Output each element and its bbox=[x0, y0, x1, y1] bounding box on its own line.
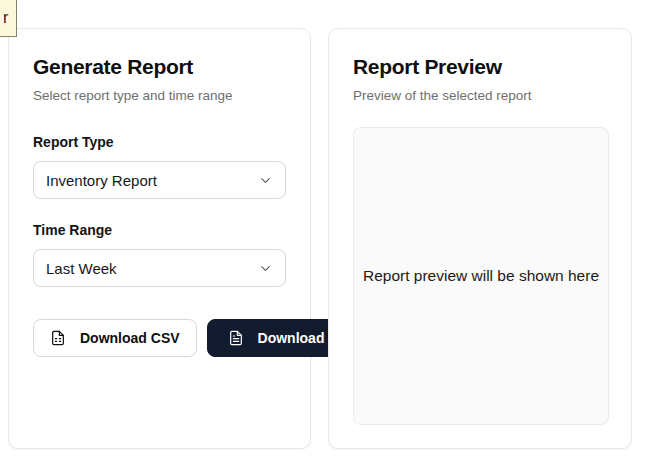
report-type-field: Report Type Inventory Report bbox=[33, 133, 286, 199]
generate-report-card: Generate Report Select report type and t… bbox=[8, 28, 311, 449]
download-buttons-row: Download CSV Download PDF bbox=[33, 319, 286, 357]
download-csv-button[interactable]: Download CSV bbox=[33, 319, 197, 357]
file-text-icon bbox=[228, 330, 244, 346]
report-preview-box: Report preview will be shown here bbox=[353, 127, 609, 425]
report-type-label: Report Type bbox=[33, 133, 286, 151]
time-range-select[interactable]: Last Week bbox=[33, 249, 286, 287]
time-range-label: Time Range bbox=[33, 221, 286, 239]
report-preview-card: Report Preview Preview of the selected r… bbox=[328, 28, 632, 449]
download-csv-label: Download CSV bbox=[80, 330, 180, 346]
report-type-selected-value: Inventory Report bbox=[46, 172, 157, 189]
page: r Generate Report Select report type and… bbox=[0, 0, 646, 474]
preview-placeholder-text: Report preview will be shown here bbox=[363, 267, 599, 285]
report-type-select[interactable]: Inventory Report bbox=[33, 161, 286, 199]
generate-report-subtitle: Select report type and time range bbox=[33, 87, 286, 105]
time-range-selected-value: Last Week bbox=[46, 260, 117, 277]
chevron-down-icon bbox=[258, 261, 273, 276]
tooltip-fragment: r bbox=[0, 0, 17, 37]
report-preview-title: Report Preview bbox=[353, 53, 607, 80]
chevron-down-icon bbox=[258, 173, 273, 188]
tooltip-text: r bbox=[3, 9, 8, 27]
time-range-field: Time Range Last Week bbox=[33, 221, 286, 287]
file-spreadsheet-icon bbox=[50, 330, 66, 346]
generate-report-title: Generate Report bbox=[33, 53, 286, 80]
report-preview-subtitle: Preview of the selected report bbox=[353, 87, 607, 105]
